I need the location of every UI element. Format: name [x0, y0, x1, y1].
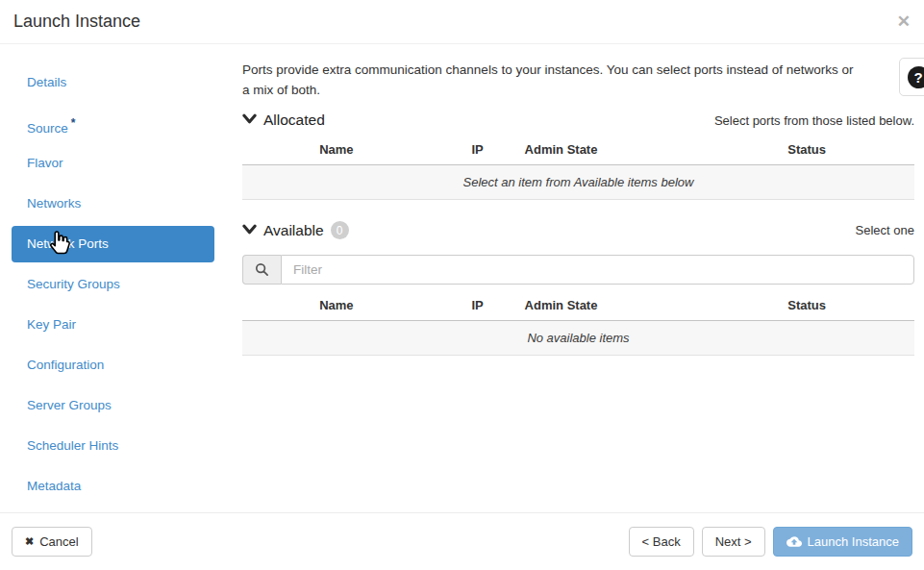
available-table-header: Name IP Admin State Status — [242, 298, 914, 321]
available-section-header: Available 0 Select one — [242, 221, 914, 239]
launch-instance-button[interactable]: Launch Instance — [773, 527, 912, 557]
back-button[interactable]: < Back — [629, 527, 694, 557]
launch-instance-modal: Launch Instance ✕ Details Source* Flavor… — [0, 0, 924, 570]
sidebar-item-label: Source — [27, 121, 68, 136]
column-header-name: Name — [242, 142, 431, 157]
search-icon — [242, 255, 281, 285]
required-asterisk: * — [71, 116, 76, 130]
footer-nav-buttons: < Back Next > Launch Instance — [629, 527, 912, 557]
sidebar-item-source[interactable]: Source* — [12, 105, 214, 141]
allocated-hint: Select ports from those listed below. — [714, 113, 914, 128]
sidebar-item-metadata[interactable]: Metadata — [12, 468, 214, 505]
launch-instance-label: Launch Instance — [808, 534, 899, 549]
sidebar-item-key-pair[interactable]: Key Pair — [12, 307, 214, 343]
modal-footer: ✖ Cancel < Back Next > Launch Instance — [0, 512, 924, 570]
close-icon[interactable]: ✕ — [897, 13, 911, 30]
filter-input[interactable] — [281, 255, 914, 285]
next-button[interactable]: Next > — [702, 527, 765, 557]
chevron-down-icon[interactable] — [242, 112, 257, 129]
help-icon: ? — [908, 66, 924, 88]
sidebar-item-server-groups[interactable]: Server Groups — [12, 387, 214, 424]
available-title: Available — [263, 222, 324, 239]
help-button[interactable]: ? — [899, 58, 924, 96]
column-header-status: Status — [699, 142, 914, 157]
ports-description: Ports provide extra communication channe… — [242, 60, 855, 100]
cloud-upload-icon — [787, 535, 802, 548]
chevron-down-icon[interactable] — [242, 222, 257, 239]
sidebar-item-configuration[interactable]: Configuration — [12, 347, 214, 384]
sidebar-item-network-ports[interactable]: Network Ports — [12, 226, 214, 262]
allocated-section-header: Allocated Select ports from those listed… — [242, 112, 914, 129]
available-count-badge: 0 — [331, 221, 349, 239]
modal-title: Launch Instance — [13, 12, 140, 32]
allocated-table-header: Name IP Admin State Status — [242, 142, 914, 165]
sidebar-item-flavor[interactable]: Flavor — [12, 145, 214, 182]
sidebar-item-details[interactable]: Details — [12, 64, 214, 101]
tab-content-network-ports: Ports provide extra communication channe… — [226, 44, 924, 512]
column-header-admin-state: Admin State — [525, 142, 700, 157]
sidebar-item-networks[interactable]: Networks — [12, 186, 214, 222]
column-header-admin-state: Admin State — [525, 298, 700, 312]
cancel-button[interactable]: ✖ Cancel — [12, 527, 92, 557]
column-header-ip: IP — [431, 298, 525, 312]
allocated-empty-row: Select an item from Available items belo… — [242, 165, 914, 200]
sidebar-item-scheduler-hints[interactable]: Scheduler Hints — [12, 428, 214, 464]
column-header-name: Name — [242, 298, 431, 312]
sidebar-item-security-groups[interactable]: Security Groups — [12, 266, 214, 303]
column-header-ip: IP — [431, 142, 525, 157]
cancel-x-icon: ✖ — [25, 535, 34, 548]
modal-header: Launch Instance ✕ — [0, 0, 924, 44]
column-header-status: Status — [699, 298, 914, 312]
filter-group — [242, 255, 914, 285]
available-hint: Select one — [856, 223, 914, 237]
cancel-label: Cancel — [39, 534, 78, 549]
allocated-title: Allocated — [263, 112, 325, 129]
wizard-sidebar: Details Source* Flavor Networks Network … — [0, 44, 226, 512]
available-empty-row: No available items — [242, 321, 914, 356]
modal-body: Details Source* Flavor Networks Network … — [0, 44, 924, 512]
